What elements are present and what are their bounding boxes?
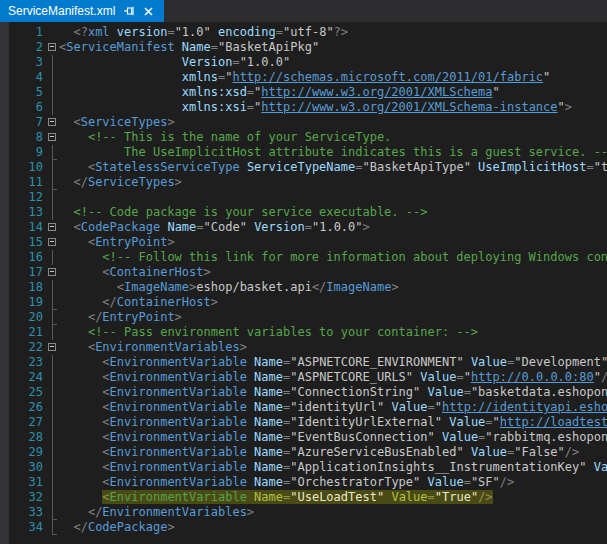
fold-margin <box>47 355 59 370</box>
code-line-23[interactable]: 23 <EnvironmentVariable Name="ASPNETCORE… <box>0 355 607 370</box>
line-number: 25 <box>0 385 47 400</box>
fold-margin <box>47 385 59 400</box>
line-number: 10 <box>0 160 47 175</box>
line-number: 22 <box>0 340 47 355</box>
code-line-12[interactable]: 12 <box>0 190 607 205</box>
line-number: 2 <box>0 40 47 55</box>
fold-collapse-button[interactable] <box>47 220 59 235</box>
code-line-33[interactable]: 33 </EnvironmentVariables> <box>0 505 607 520</box>
tab-bar: ServiceManifest.xml <box>0 0 607 22</box>
code-text: <EnvironmentVariable Name="ConnectionStr… <box>59 385 607 400</box>
fold-margin <box>47 520 59 535</box>
code-line-11[interactable]: 11 </ServiceTypes> <box>0 175 607 190</box>
line-number: 31 <box>0 475 47 490</box>
code-text: <EnvironmentVariable Name="identityUrl" … <box>59 400 607 415</box>
code-line-29[interactable]: 29 <EnvironmentVariable Name="AzureServi… <box>0 445 607 460</box>
fold-margin <box>47 415 59 430</box>
code-line-10[interactable]: 10 <StatelessServiceType ServiceTypeName… <box>0 160 607 175</box>
code-line-22[interactable]: 22 <EnvironmentVariables> <box>0 340 607 355</box>
code-editor[interactable]: 1 <?xml version="1.0" encoding="utf-8"?>… <box>0 22 607 544</box>
code-text: <CodePackage Name="Code" Version="1.0.0"… <box>59 220 607 235</box>
code-line-18[interactable]: 18 <ImageName>eshop/basket.api</ImageNam… <box>0 280 607 295</box>
line-number: 3 <box>0 55 47 70</box>
code-line-20[interactable]: 20 </EntryPoint> <box>0 310 607 325</box>
line-number: 26 <box>0 400 47 415</box>
fold-collapse-button[interactable] <box>47 40 59 55</box>
code-line-27[interactable]: 27 <EnvironmentVariable Name="IdentityUr… <box>0 415 607 430</box>
code-line-4[interactable]: 4 xmlns="http://schemas.microsoft.com/20… <box>0 70 607 85</box>
code-line-21[interactable]: 21 <!-- Pass environment variables to yo… <box>0 325 607 340</box>
code-line-8[interactable]: 8 <!-- This is the name of your ServiceT… <box>0 130 607 145</box>
fold-margin <box>47 400 59 415</box>
line-number: 8 <box>0 130 47 145</box>
line-number: 24 <box>0 370 47 385</box>
code-text: </EnvironmentVariables> <box>59 505 607 520</box>
fold-margin <box>47 475 59 490</box>
code-text: <ServiceTypes> <box>59 115 607 130</box>
code-line-16[interactable]: 16 <!-- Follow this link for more inform… <box>0 250 607 265</box>
code-text: </ContainerHost> <box>59 295 607 310</box>
code-line-15[interactable]: 15 <EntryPoint> <box>0 235 607 250</box>
code-line-9[interactable]: 9 The UseImplicitHost attribute indicate… <box>0 145 607 160</box>
code-line-25[interactable]: 25 <EnvironmentVariable Name="Connection… <box>0 385 607 400</box>
code-line-2[interactable]: 2<ServiceManifest Name="BasketApiPkg" <box>0 40 607 55</box>
fold-margin <box>47 250 59 265</box>
code-lines: 1 <?xml version="1.0" encoding="utf-8"?>… <box>0 25 607 535</box>
code-text: <?xml version="1.0" encoding="utf-8"?> <box>59 25 607 40</box>
code-text: <!-- Follow this link for more informati… <box>59 250 607 265</box>
code-line-14[interactable]: 14 <CodePackage Name="Code" Version="1.0… <box>0 220 607 235</box>
code-line-19[interactable]: 19 </ContainerHost> <box>0 295 607 310</box>
line-number: 33 <box>0 505 47 520</box>
line-number: 6 <box>0 100 47 115</box>
code-text: xmlns:xsi="http://www.w3.org/2001/XMLSch… <box>59 100 607 115</box>
code-line-31[interactable]: 31 <EnvironmentVariable Name="Orchestrat… <box>0 475 607 490</box>
code-line-7[interactable]: 7 <ServiceTypes> <box>0 115 607 130</box>
fold-margin <box>47 505 59 520</box>
line-number: 14 <box>0 220 47 235</box>
fold-collapse-button[interactable] <box>47 340 59 355</box>
code-text: <ContainerHost> <box>59 265 607 280</box>
fold-margin <box>47 55 59 70</box>
code-line-28[interactable]: 28 <EnvironmentVariable Name="EventBusCo… <box>0 430 607 445</box>
fold-collapse-button[interactable] <box>47 235 59 250</box>
code-text: <EnvironmentVariable Name="ASPNETCORE_UR… <box>59 370 607 385</box>
line-number: 28 <box>0 430 47 445</box>
line-number: 20 <box>0 310 47 325</box>
code-line-6[interactable]: 6 xmlns:xsi="http://www.w3.org/2001/XMLS… <box>0 100 607 115</box>
line-number: 29 <box>0 445 47 460</box>
fold-collapse-button[interactable] <box>47 115 59 130</box>
code-text: <!-- Code package is your service execut… <box>59 205 607 220</box>
code-line-1[interactable]: 1 <?xml version="1.0" encoding="utf-8"?> <box>0 25 607 40</box>
code-line-17[interactable]: 17 <ContainerHost> <box>0 265 607 280</box>
close-icon[interactable] <box>142 5 155 18</box>
code-line-3[interactable]: 3 Version="1.0.0" <box>0 55 607 70</box>
code-line-13[interactable]: 13 <!-- Code package is your service exe… <box>0 205 607 220</box>
line-number: 5 <box>0 85 47 100</box>
code-line-32[interactable]: 32 <EnvironmentVariable Name="UseLoadTes… <box>0 490 607 505</box>
code-text: <ServiceManifest Name="BasketApiPkg" <box>59 40 607 55</box>
code-text: <EnvironmentVariable Name="IdentityUrlEx… <box>59 415 607 430</box>
code-text: </EntryPoint> <box>59 310 607 325</box>
fold-collapse-button[interactable] <box>47 265 59 280</box>
line-number: 12 <box>0 190 47 205</box>
code-text: <!-- This is the name of your ServiceTyp… <box>59 130 607 145</box>
code-line-5[interactable]: 5 xmlns:xsd="http://www.w3.org/2001/XMLS… <box>0 85 607 100</box>
code-line-24[interactable]: 24 <EnvironmentVariable Name="ASPNETCORE… <box>0 370 607 385</box>
fold-collapse-button[interactable] <box>47 130 59 145</box>
tab-service-manifest[interactable]: ServiceManifest.xml <box>0 0 164 22</box>
line-number: 17 <box>0 265 47 280</box>
line-number: 32 <box>0 490 47 505</box>
code-text: <EntryPoint> <box>59 235 607 250</box>
line-number: 18 <box>0 280 47 295</box>
fold-margin <box>47 460 59 475</box>
fold-margin <box>47 445 59 460</box>
code-line-26[interactable]: 26 <EnvironmentVariable Name="identityUr… <box>0 400 607 415</box>
line-number: 4 <box>0 70 47 85</box>
code-line-30[interactable]: 30 <EnvironmentVariable Name="Applicatio… <box>0 460 607 475</box>
code-text: The UseImplicitHost attribute indicates … <box>59 145 607 160</box>
code-line-34[interactable]: 34 </CodePackage> <box>0 520 607 535</box>
code-text <box>59 190 607 205</box>
code-text: <EnvironmentVariable Name="EventBusConne… <box>59 430 607 445</box>
pin-icon[interactable] <box>122 5 135 18</box>
line-number: 13 <box>0 205 47 220</box>
